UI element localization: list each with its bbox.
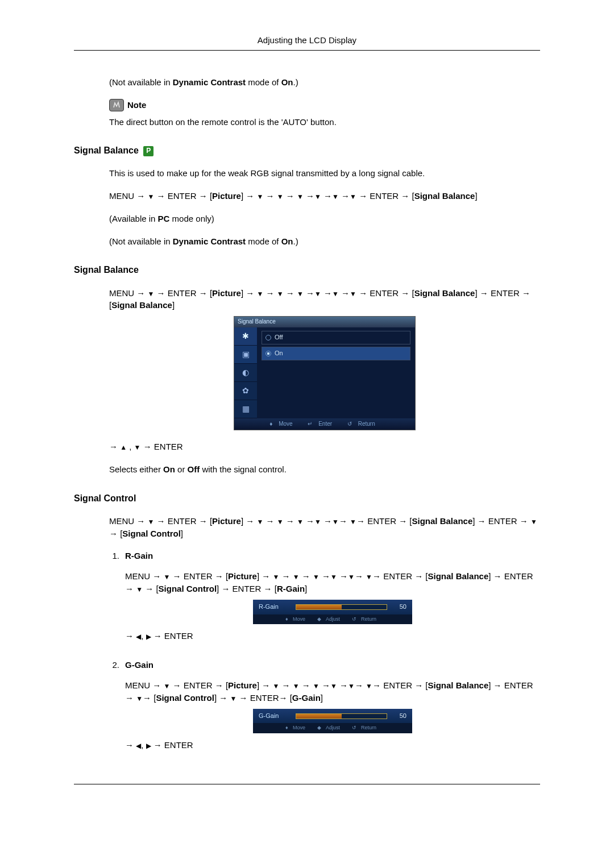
signal-control-label: Signal Control bbox=[159, 584, 217, 593]
down-arrow-icon bbox=[277, 516, 284, 526]
osd-side-icon-picture: ▣ bbox=[234, 346, 257, 364]
dynamic-contrast-label: Dynamic Contrast bbox=[173, 236, 246, 246]
text: with the signal control. bbox=[200, 464, 287, 474]
down-arrow-icon bbox=[277, 191, 284, 201]
signal-balance-label: Signal Balance bbox=[428, 571, 489, 581]
picture-label: Picture bbox=[212, 516, 241, 526]
note-label: Note bbox=[127, 99, 146, 111]
down-arrow-icon bbox=[148, 516, 155, 526]
footer-adjust: ◆ Adjust bbox=[317, 725, 344, 730]
nav-lr-enter: → , → ENTER bbox=[125, 739, 540, 751]
down-arrow-icon bbox=[332, 288, 339, 298]
list-number: 1. bbox=[109, 550, 119, 652]
text: (Not available in bbox=[109, 236, 173, 246]
text: Selects either bbox=[109, 464, 163, 474]
option-label: Off bbox=[275, 333, 283, 342]
down-arrow-icon bbox=[330, 680, 337, 690]
gain-label: G-Gain bbox=[259, 712, 290, 721]
picture-label: Picture bbox=[228, 680, 257, 690]
down-arrow-icon bbox=[297, 191, 304, 201]
down-arrow-icon bbox=[134, 442, 141, 451]
off-label: Off bbox=[188, 464, 200, 474]
down-arrow-icon bbox=[297, 288, 304, 298]
list-item: 1. R-Gain MENU → → ENTER → [Picture] → →… bbox=[109, 550, 540, 652]
not-available-line-2: (Not available in Dynamic Contrast mode … bbox=[109, 235, 540, 248]
down-arrow-icon bbox=[277, 288, 284, 298]
down-arrow-icon bbox=[164, 680, 171, 690]
down-arrow-icon bbox=[366, 571, 372, 581]
down-arrow-icon bbox=[272, 680, 279, 690]
osd-side-icon-multi: ▦ bbox=[234, 400, 257, 418]
picture-label: Picture bbox=[212, 288, 241, 298]
down-arrow-icon bbox=[366, 680, 372, 690]
radio-icon bbox=[265, 351, 271, 356]
text: .) bbox=[293, 236, 298, 246]
osd-title: Signal Balance bbox=[234, 317, 415, 327]
note-text: The direct button on the remote control … bbox=[109, 116, 540, 128]
section-heading-signal-balance: Signal Balance bbox=[74, 263, 540, 276]
down-arrow-icon bbox=[332, 191, 339, 201]
osd-option-on: On bbox=[262, 347, 410, 360]
osd-option-off: Off bbox=[262, 331, 410, 344]
down-arrow-icon bbox=[530, 516, 537, 526]
menu-path-2: MENU → → ENTER → [Picture] → → → → → → →… bbox=[109, 287, 540, 312]
gain-slider-rgain: R-Gain 50 ♦ Move ◆ Adjust ↺ Return bbox=[253, 600, 412, 624]
right-arrow-icon bbox=[146, 631, 151, 641]
pc-label: PC bbox=[158, 214, 170, 223]
up-arrow-icon bbox=[120, 442, 127, 451]
radio-icon bbox=[265, 335, 271, 340]
gain-fill bbox=[296, 714, 342, 719]
down-arrow-icon bbox=[350, 191, 356, 201]
footer-rule bbox=[74, 784, 540, 784]
menu-path-1: MENU → → ENTER → [Picture] → → → → → → →… bbox=[109, 190, 540, 202]
gain-footer: ♦ Move ◆ Adjust ↺ Return bbox=[253, 723, 412, 733]
gain-bar bbox=[296, 604, 387, 610]
gain-footer: ♦ Move ◆ Adjust ↺ Return bbox=[253, 614, 412, 624]
gain-bar bbox=[296, 713, 387, 719]
right-arrow-icon bbox=[146, 740, 151, 750]
signal-control-label: Signal Control bbox=[156, 693, 214, 703]
picture-label: Picture bbox=[212, 191, 241, 201]
down-arrow-icon bbox=[314, 516, 321, 526]
down-arrow-icon bbox=[314, 191, 321, 201]
gain-value: 50 bbox=[393, 603, 406, 612]
selects-line: Selects either On or Off with the signal… bbox=[109, 463, 540, 476]
text: mode of bbox=[246, 77, 281, 87]
heading-text: Signal Balance bbox=[74, 146, 139, 155]
note-row: Note bbox=[109, 99, 146, 111]
down-arrow-icon bbox=[313, 571, 320, 581]
p-badge-icon: P bbox=[143, 146, 154, 156]
osd-menu: Signal Balance ✱ ▣ ◐ ✿ ▦ Off On ♦ bbox=[234, 316, 416, 430]
signal-control-label: Signal Control bbox=[122, 529, 181, 538]
not-available-line: (Not available in Dynamic Contrast mode … bbox=[109, 76, 540, 89]
nav-enter-line: → , → ENTER bbox=[109, 441, 540, 453]
down-arrow-icon bbox=[313, 680, 320, 690]
down-arrow-icon bbox=[330, 571, 337, 581]
footer-move: ♦ Move bbox=[285, 725, 309, 730]
down-arrow-icon bbox=[230, 693, 237, 703]
down-arrow-icon bbox=[164, 571, 171, 581]
down-arrow-icon bbox=[350, 516, 356, 526]
footer-adjust: ◆ Adjust bbox=[317, 616, 344, 622]
footer-return: ↺ Return bbox=[347, 421, 380, 427]
list-number: 2. bbox=[109, 659, 119, 761]
down-arrow-icon bbox=[148, 288, 155, 298]
menu-path-rgain: MENU → → ENTER → [Picture] → → → → →→ → … bbox=[125, 570, 540, 595]
on-label: On bbox=[163, 464, 175, 474]
left-arrow-icon bbox=[136, 631, 141, 641]
on-label: On bbox=[281, 77, 293, 87]
gain-value: 50 bbox=[393, 712, 406, 721]
text: mode only) bbox=[169, 214, 214, 223]
text: (Not available in bbox=[109, 77, 173, 87]
down-arrow-icon bbox=[348, 680, 355, 690]
down-arrow-icon bbox=[136, 584, 143, 593]
g-gain-heading: G-Gain bbox=[125, 659, 540, 671]
available-pc-line: (Available in PC mode only) bbox=[109, 213, 540, 225]
osd-side-icon-sound: ◐ bbox=[234, 364, 257, 382]
footer-move: ♦ Move bbox=[269, 421, 297, 427]
gain-fill bbox=[296, 605, 342, 609]
text: or bbox=[175, 464, 188, 474]
r-gain-label: R-Gain bbox=[277, 584, 305, 593]
text: (Available in bbox=[109, 214, 158, 223]
signal-balance-label: Signal Balance bbox=[111, 300, 172, 310]
